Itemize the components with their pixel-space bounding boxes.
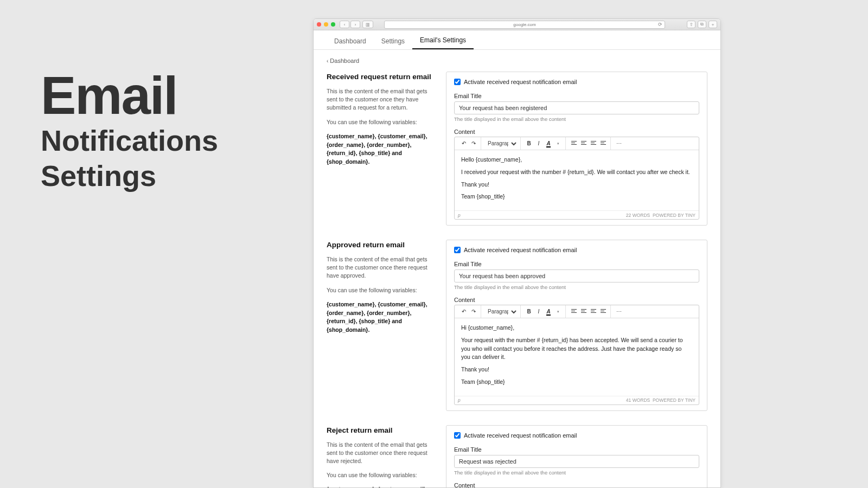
vars-intro: You can use the following variables: <box>327 471 433 479</box>
align-right-icon[interactable] <box>589 139 598 149</box>
content-label: Content <box>454 482 699 488</box>
promo-title-line2: Notifications <box>41 125 218 156</box>
more-icon[interactable]: ⋯ <box>614 307 624 317</box>
add-tab-icon[interactable]: ＋ <box>709 21 717 28</box>
editor-body[interactable]: Hi {customer_name},Your request with the… <box>455 318 699 396</box>
helper-text: The title displayed in the email above t… <box>454 284 699 290</box>
email-title-input[interactable] <box>454 455 699 468</box>
paragraph-select[interactable]: Paragraph <box>484 307 518 317</box>
editor-line: Team {shop_title} <box>461 192 692 201</box>
align-left-icon[interactable] <box>569 307 579 317</box>
activate-email-label: Activate received request notification e… <box>464 247 577 253</box>
tab-email-s-settings[interactable]: Email's Settings <box>412 31 474 49</box>
section-desc-text: This is the content of the email that ge… <box>327 255 433 280</box>
sidebar-toggle-icon[interactable]: ▥ <box>362 21 373 28</box>
align-center-icon[interactable] <box>579 139 589 149</box>
section-description: Received request return emailThis is the… <box>327 72 433 226</box>
text-color-icon[interactable]: A <box>544 307 553 317</box>
browser-window: ‹ › ▥ google.com ⟳ ⇪ ⧉ ＋ DashboardSettin… <box>313 18 721 488</box>
align-left-icon[interactable] <box>569 139 579 149</box>
helper-text: The title displayed in the email above t… <box>454 470 699 476</box>
align-right-icon[interactable] <box>589 307 598 317</box>
email-title-input[interactable] <box>454 269 699 282</box>
editor-line: Team {shop_title} <box>461 378 692 387</box>
editor-toolbar: ↶↷ParagraphBIA▾⋯ <box>455 305 699 318</box>
section-title: Received request return email <box>327 73 433 81</box>
editor-line: Hi {customer_name}, <box>461 324 692 332</box>
section-desc-text: This is the content of the email that ge… <box>327 441 433 466</box>
more-icon[interactable]: ⋯ <box>614 139 624 149</box>
editor-line: Hello {customer_name}, <box>461 156 692 164</box>
tabs-overview-icon[interactable]: ⧉ <box>698 21 706 28</box>
editor-footer: p22 WORDS POWERED BY TINY <box>455 210 699 219</box>
activate-email-label: Activate received request notification e… <box>464 432 577 439</box>
bold-icon[interactable]: B <box>524 307 534 317</box>
section-title: Approved return email <box>327 241 433 249</box>
traffic-lights <box>317 22 335 27</box>
editor-path: p <box>458 397 461 403</box>
content-label: Content <box>454 297 699 303</box>
close-window-icon[interactable] <box>317 22 321 27</box>
chevron-down-icon[interactable]: ▾ <box>553 139 563 149</box>
settings-content: Received request return emailThis is the… <box>314 68 720 487</box>
rich-text-editor: ↶↷ParagraphBIA▾⋯Hi {customer_name},Your … <box>454 305 699 405</box>
email-config-card: Activate received request notification e… <box>446 240 707 411</box>
vars-list: {customer_name}, {customer_email}, {orde… <box>327 300 433 335</box>
undo-icon[interactable]: ↶ <box>459 307 469 317</box>
vars-intro: You can use the following variables: <box>327 118 433 126</box>
url-text: google.com <box>513 22 535 27</box>
email-section: Received request return emailThis is the… <box>327 72 707 226</box>
email-section: Reject return emailThis is the content o… <box>327 425 707 488</box>
chevron-left-icon: ‹ <box>327 58 328 64</box>
tab-settings[interactable]: Settings <box>374 32 412 49</box>
editor-line: Your request with the number # {return_i… <box>461 336 692 362</box>
minimize-window-icon[interactable] <box>324 22 328 27</box>
undo-icon[interactable]: ↶ <box>459 139 469 149</box>
breadcrumb-label: Dashboard <box>330 57 359 64</box>
email-section: Approved return emailThis is the content… <box>327 240 707 411</box>
email-title-label: Email Title <box>454 446 699 453</box>
paragraph-select[interactable]: Paragraph <box>484 139 518 149</box>
breadcrumb[interactable]: ‹Dashboard <box>314 50 720 68</box>
activate-email-checkbox[interactable] <box>454 247 461 253</box>
promo-title-line1: Email <box>41 70 218 121</box>
helper-text: The title displayed in the email above t… <box>454 116 699 122</box>
activate-email-checkbox[interactable] <box>454 432 461 439</box>
forward-button[interactable]: › <box>350 21 360 28</box>
email-title-input[interactable] <box>454 101 699 114</box>
editor-body[interactable]: Hello {customer_name},I received your re… <box>455 150 699 210</box>
word-count: 41 WORDS <box>626 397 650 403</box>
email-config-card: Activate received request notification e… <box>446 72 707 226</box>
vars-list: {customer_name}, {customer_email}, {orde… <box>327 132 433 166</box>
editor-toolbar: ↶↷ParagraphBIA▾⋯ <box>455 137 699 150</box>
browser-chrome: ‹ › ▥ google.com ⟳ ⇪ ⧉ ＋ <box>314 19 720 30</box>
chevron-down-icon[interactable]: ▾ <box>553 307 563 317</box>
align-justify-icon[interactable] <box>598 139 608 149</box>
tab-dashboard[interactable]: Dashboard <box>327 32 374 49</box>
align-justify-icon[interactable] <box>598 307 608 317</box>
powered-by: POWERED BY TINY <box>653 213 695 218</box>
activate-email-label: Activate received request notification e… <box>464 79 577 85</box>
editor-line: I received your request with the number … <box>461 168 692 177</box>
redo-icon[interactable]: ↷ <box>469 307 478 317</box>
align-center-icon[interactable] <box>579 307 589 317</box>
italic-icon[interactable]: I <box>534 139 544 149</box>
url-bar[interactable]: google.com ⟳ <box>384 21 665 29</box>
promo-title: Email Notifications Settings <box>41 70 218 191</box>
activate-email-checkbox[interactable] <box>454 79 461 85</box>
redo-icon[interactable]: ↷ <box>469 139 478 149</box>
editor-line: Thank you! <box>461 365 692 374</box>
word-count: 22 WORDS <box>626 213 650 218</box>
rich-text-editor: ↶↷ParagraphBIA▾⋯Hello {customer_name},I … <box>454 137 699 220</box>
back-button[interactable]: ‹ <box>340 21 349 28</box>
text-color-icon[interactable]: A <box>544 139 553 149</box>
powered-by: POWERED BY TINY <box>653 397 695 403</box>
maximize-window-icon[interactable] <box>331 22 335 27</box>
italic-icon[interactable]: I <box>534 307 544 317</box>
bold-icon[interactable]: B <box>524 139 534 149</box>
vars-intro: You can use the following variables: <box>327 286 433 294</box>
editor-line: Thank you! <box>461 181 692 189</box>
share-icon[interactable]: ⇪ <box>687 21 695 28</box>
reload-icon[interactable]: ⟳ <box>658 22 662 27</box>
editor-path: p <box>458 213 461 218</box>
